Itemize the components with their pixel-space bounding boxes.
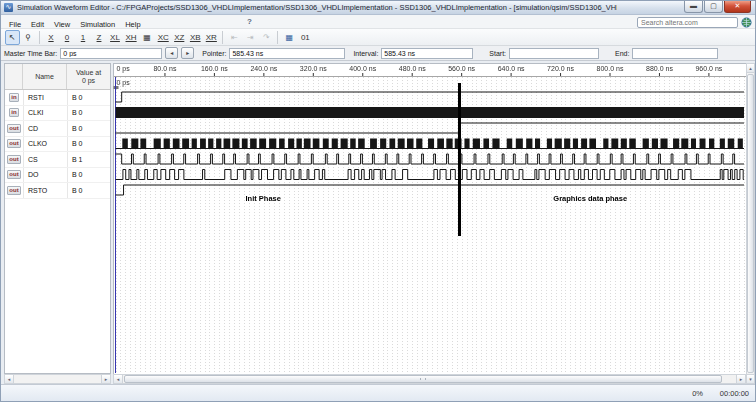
edit-tool-button[interactable]: ↷: [259, 30, 274, 45]
signal-name: CS: [23, 152, 67, 167]
input-pin-icon: in: [5, 90, 23, 105]
signal-value: B 0: [67, 90, 110, 105]
signal-row-clko[interactable]: outCLKOB 0: [5, 137, 110, 153]
menu-simulation[interactable]: Simulation: [75, 19, 120, 30]
vscroll-thumb[interactable]: [747, 74, 754, 373]
globe-icon[interactable]: [741, 17, 752, 28]
pointer-value: [229, 48, 345, 59]
scroll-right-icon[interactable]: ▸: [101, 375, 110, 383]
start-input[interactable]: [509, 48, 599, 59]
count-value-button[interactable]: XC: [156, 30, 171, 45]
force-unknown-button[interactable]: X: [44, 30, 59, 45]
menu-view[interactable]: View: [49, 19, 75, 30]
signal-value: B 0: [67, 168, 110, 183]
init-phase-label: Init Phase: [246, 194, 281, 203]
signal-value: B 1: [67, 152, 110, 167]
output-pin-icon: out: [5, 121, 23, 136]
pin-direction-glyph: out: [7, 170, 20, 179]
signal-row-rsto[interactable]: outRSTOB 0: [5, 183, 110, 199]
master-time-bar-input[interactable]: [60, 48, 162, 59]
close-button[interactable]: ✕: [724, 1, 751, 13]
master-time-bar-label: Master Time Bar:: [4, 50, 57, 57]
end-label: End:: [615, 50, 629, 57]
force-high-impedance-button[interactable]: Z: [92, 30, 107, 45]
phase-divider-marker: [458, 83, 461, 236]
signal-panel-hscrollbar[interactable]: ◂ ▸: [4, 374, 111, 384]
menu-edit[interactable]: Edit: [26, 19, 49, 30]
signal-value: B 0: [67, 121, 110, 136]
pin-direction-glyph: out: [7, 186, 20, 195]
scroll-left-icon[interactable]: ◂: [114, 375, 123, 383]
zoom-tool-button[interactable]: ⚲: [21, 30, 36, 45]
force-z-button[interactable]: XZ: [172, 30, 187, 45]
hscroll-thumb[interactable]: [124, 375, 722, 383]
end-input[interactable]: [632, 48, 718, 59]
waveform-panel: Init Phase Graphics data phase: [113, 63, 746, 374]
timebar-back-button[interactable]: ◂: [165, 47, 178, 59]
elapsed-time: 00:00:00: [720, 389, 749, 398]
weak-low-button[interactable]: XL: [108, 30, 123, 45]
waveform-vscrollbar[interactable]: ▴ ▾: [746, 63, 755, 384]
run-timing-simulation-button[interactable]: 01: [298, 30, 313, 45]
output-pin-icon: out: [5, 183, 23, 198]
app-icon: ∿: [4, 3, 13, 12]
signal-name: RSTI: [23, 90, 67, 105]
menu-file[interactable]: File: [4, 19, 26, 30]
arbitrary-value-button[interactable]: XB: [188, 30, 203, 45]
pin-direction-glyph: in: [9, 108, 18, 117]
waveform-canvas[interactable]: [113, 63, 746, 374]
signal-value: B 0: [67, 106, 110, 121]
force-high-button[interactable]: 1: [76, 30, 91, 45]
scroll-down-icon[interactable]: ▾: [747, 374, 754, 383]
force-low-button[interactable]: 0: [60, 30, 75, 45]
signal-table-header: Name Value at 0 ps: [5, 64, 110, 90]
output-pin-icon: out: [5, 137, 23, 152]
window-title: Simulation Waveform Editor - C:/FPGAProj…: [17, 3, 617, 12]
signal-row-rsti[interactable]: inRSTIB 0: [5, 90, 110, 106]
output-pin-icon: out: [5, 168, 23, 183]
selection-tool-button[interactable]: ↖: [5, 30, 20, 45]
search-input[interactable]: [637, 17, 738, 28]
random-values-button[interactable]: XR: [204, 30, 219, 45]
signal-row-cd[interactable]: outCDB 0: [5, 121, 110, 137]
menu-help[interactable]: Help: [120, 19, 145, 30]
maximize-button[interactable]: ▢: [704, 1, 723, 13]
weak-high-button[interactable]: XH: [124, 30, 139, 45]
context-help-icon[interactable]: ?: [247, 17, 252, 26]
start-label: Start:: [489, 50, 506, 57]
snap-right-button[interactable]: ⇥: [243, 30, 258, 45]
scroll-up-icon[interactable]: ▴: [747, 64, 754, 73]
toolbar-separator: [277, 31, 278, 44]
signal-list-panel: Name Value at 0 ps inRSTIB 0inCLKIB 0out…: [4, 63, 111, 374]
tool-bar: ↖⚲X01ZXLXH▦XCXZXBXR⇤⇥↷▦01: [1, 29, 755, 46]
signal-name: CD: [23, 121, 67, 136]
snap-left-button[interactable]: ⇤: [227, 30, 242, 45]
signal-row-do[interactable]: outDOB 0: [5, 168, 110, 184]
pointer-label: Pointer:: [202, 50, 226, 57]
run-functional-simulation-button[interactable]: ▦: [282, 30, 297, 45]
signal-row-cs[interactable]: outCSB 1: [5, 152, 110, 168]
toolbar-separator: [222, 31, 223, 44]
name-column-header: Name: [23, 73, 66, 80]
graphics-phase-label: Graphics data phase: [553, 194, 627, 203]
signal-name: RSTO: [23, 183, 67, 198]
pin-direction-glyph: out: [7, 155, 20, 164]
signal-value: B 0: [67, 183, 110, 198]
signal-value: B 0: [67, 137, 110, 152]
overwrite-clock-button[interactable]: ▦: [140, 30, 155, 45]
input-pin-icon: in: [5, 106, 23, 121]
scroll-left-icon[interactable]: ◂: [5, 375, 14, 383]
time-bar-row: Master Time Bar: ◂ ▸ Pointer: Interval: …: [1, 46, 755, 61]
signal-row-clki[interactable]: inCLKIB 0: [5, 106, 110, 122]
minimize-button[interactable]: ▬: [684, 1, 703, 13]
toolbar-separator: [39, 31, 40, 44]
interval-value: [381, 48, 473, 59]
signal-name: DO: [23, 168, 67, 183]
timebar-forward-button[interactable]: ▸: [181, 47, 194, 59]
menu-bar: FileEditViewSimulationHelp ?: [1, 15, 755, 29]
value-column-header: Value at 0 ps: [67, 69, 110, 85]
waveform-hscrollbar[interactable]: ◂ ▸: [113, 374, 746, 384]
pin-direction-glyph: out: [7, 139, 20, 148]
scroll-right-icon[interactable]: ▸: [736, 375, 745, 383]
simulation-waveform-editor-window: ∿ Simulation Waveform Editor - C:/FPGAPr…: [0, 0, 756, 402]
